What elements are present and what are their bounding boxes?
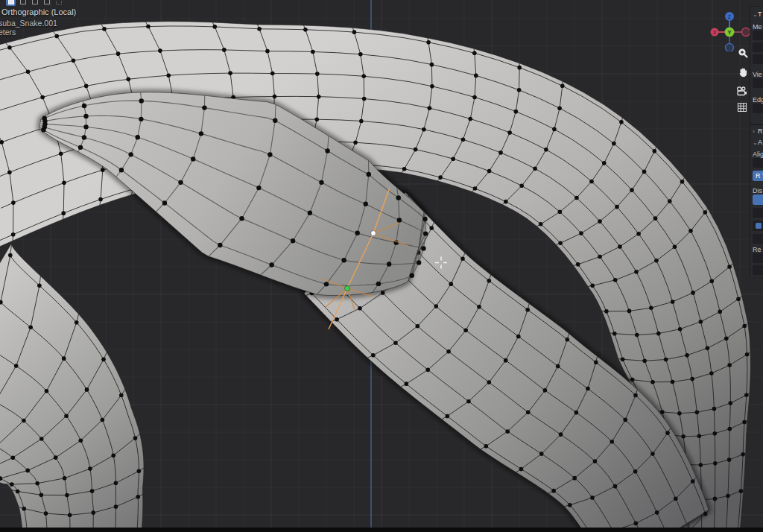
value-field[interactable] bbox=[753, 253, 763, 263]
re-label: Re bbox=[753, 246, 763, 253]
edge-select-icon[interactable] bbox=[18, 0, 28, 6]
timeline-edge[interactable] bbox=[0, 528, 763, 532]
svg-text:Z: Z bbox=[728, 14, 732, 19]
active-vertex[interactable] bbox=[371, 231, 376, 236]
median-label: Me bbox=[753, 23, 763, 31]
blender-3d-viewport: Orthographic (Local) suba_Snake.001 eter… bbox=[0, 0, 763, 532]
collapsed-panel-header[interactable]: ›R bbox=[753, 127, 763, 135]
gizmo-neg-z-axis[interactable] bbox=[726, 44, 734, 52]
value-field[interactable] bbox=[753, 234, 763, 244]
value-field[interactable] bbox=[753, 208, 763, 218]
value-field[interactable] bbox=[753, 104, 763, 113]
select-mode-toolbar bbox=[6, 0, 63, 6]
value-field[interactable] bbox=[753, 31, 763, 40]
value-field[interactable] bbox=[753, 265, 763, 275]
panel-header-2[interactable]: ⌄A bbox=[753, 139, 763, 146]
value-field[interactable] bbox=[753, 158, 763, 168]
sidebar-panel[interactable]: ⌄T Me Vie Edg ›R ⌄A Alig R T Dis Eq Re bbox=[750, 6, 763, 276]
vertex-select-icon[interactable] bbox=[6, 0, 16, 6]
value-slider[interactable] bbox=[753, 194, 763, 205]
svg-text:Y: Y bbox=[727, 29, 731, 36]
gizmo-neg-x-axis[interactable] bbox=[742, 28, 750, 37]
zoom-icon[interactable] bbox=[735, 45, 750, 60]
checkbox-icon[interactable] bbox=[756, 223, 762, 229]
primary-action-button[interactable]: R T bbox=[753, 171, 763, 181]
vertex-label: Vie bbox=[753, 71, 763, 78]
face-select-icon[interactable] bbox=[30, 0, 39, 6]
xray-toggle-icon[interactable] bbox=[42, 0, 51, 6]
align-label: Alig bbox=[753, 151, 763, 158]
distance-label: Dis bbox=[753, 187, 763, 194]
value-field[interactable] bbox=[753, 78, 763, 88]
panel-expand-icon: ⌄ bbox=[753, 139, 758, 146]
panel-header-1[interactable]: ⌄T bbox=[753, 10, 763, 18]
panel-expand-icon: ⌄ bbox=[753, 11, 758, 18]
viewport-canvas[interactable] bbox=[0, 0, 763, 532]
toggle-button[interactable]: Eq bbox=[753, 221, 763, 231]
value-field[interactable] bbox=[753, 54, 763, 64]
value-field[interactable] bbox=[753, 42, 763, 52]
pan-hand-icon[interactable] bbox=[735, 65, 750, 80]
svg-text:X: X bbox=[713, 30, 717, 35]
selected-vertex[interactable] bbox=[345, 286, 350, 291]
panel-collapsed-icon: › bbox=[753, 128, 758, 135]
overlay-toggle-icon[interactable] bbox=[54, 0, 63, 6]
projection-grid-icon[interactable] bbox=[735, 100, 750, 115]
edge-label: Edg bbox=[753, 96, 763, 104]
panel-divider bbox=[750, 124, 763, 125]
camera-view-icon[interactable] bbox=[734, 83, 749, 98]
